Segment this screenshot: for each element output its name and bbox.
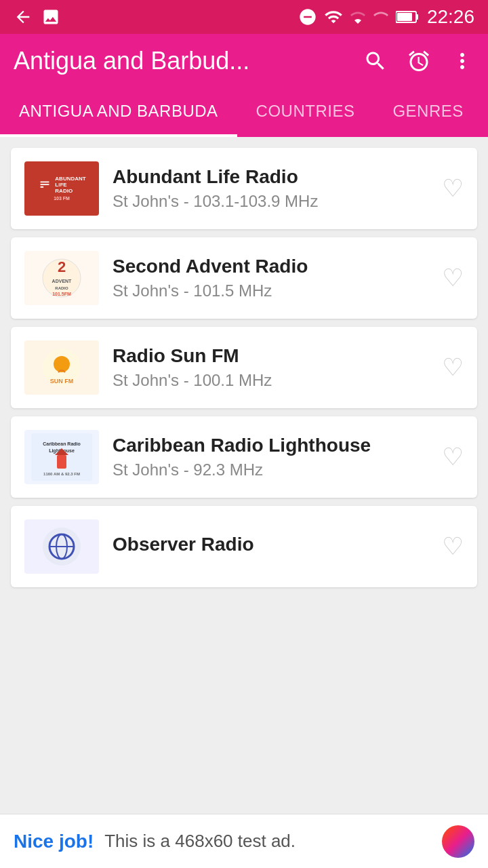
status-bar: 22:26 [0,0,488,34]
more-icon[interactable] [450,49,474,73]
tab-featured[interactable]: Featured [483,88,488,137]
tab-antigua-and-barbuda[interactable]: Antigua and Barbuda [0,88,237,137]
sun-fm-logo-svg: SUN FM [38,344,85,391]
battery-icon [396,7,420,26]
tab-bar: Antigua and Barbuda Countries Genres Fea… [0,88,488,137]
list-item[interactable]: Caribbean Radio Lighthouse 1160 AM & 92.… [11,416,477,498]
list-item[interactable]: ABUNDANTLIFERADIO 103 FM Abundant Life R… [11,148,477,229]
image-icon [41,7,61,26]
svg-rect-1 [416,14,418,20]
svg-text:101.5FM: 101.5FM [52,292,71,296]
ad-text: This is a 468x60 test ad. [104,831,431,852]
signal2-icon [373,7,389,26]
station-logo: SUN FM [24,340,99,395]
svg-rect-14 [57,455,66,469]
svg-text:1160 AM & 92.3 FM: 1160 AM & 92.3 FM [43,472,80,476]
station-logo: 2 ADVENT RADIO 101.5FM [24,251,99,305]
list-item[interactable]: Observer Radio ♡ [11,506,477,587]
back-arrow-icon [14,7,33,26]
alarm-icon[interactable] [407,49,431,73]
second-advent-logo-svg: 2 ADVENT RADIO 101.5FM [38,254,85,302]
station-name: Caribbean Radio Lighthouse [113,435,428,456]
caribbean-logo-svg: Caribbean Radio Lighthouse 1160 AM & 92.… [31,433,92,481]
tab-countries[interactable]: Countries [237,88,374,137]
station-logo: ABUNDANTLIFERADIO 103 FM [24,161,99,216]
status-right: 22:26 [298,6,474,28]
wifi-icon [324,7,343,26]
favorite-button[interactable]: ♡ [442,532,464,561]
app-bar-actions [363,49,474,73]
station-name: Second Advent Radio [113,256,428,277]
svg-rect-2 [397,13,412,21]
ad-logo-icon [442,825,474,858]
station-name: Radio Sun FM [113,345,428,367]
station-logo [24,519,99,574]
station-info: Caribbean Radio Lighthouse St John's - 9… [99,435,442,479]
station-frequency: St John's - 92.3 MHz [113,460,428,479]
dnd-icon [298,7,317,26]
station-name: Abundant Life Radio [113,166,428,188]
svg-text:SUN FM: SUN FM [50,378,74,384]
favorite-button[interactable]: ♡ [442,443,464,471]
station-info: Observer Radio [99,534,442,559]
app-bar: Antigua and Barbud... [0,34,488,88]
observer-logo-svg [38,523,85,570]
tab-genres[interactable]: Genres [373,88,482,137]
svg-text:RADIO: RADIO [55,286,68,290]
app-bar-title: Antigua and Barbud... [14,47,363,75]
status-left [14,7,61,26]
svg-text:Caribbean Radio: Caribbean Radio [43,441,81,446]
station-info: Radio Sun FM St John's - 100.1 MHz [99,345,442,390]
svg-text:2: 2 [58,258,66,275]
station-frequency: St John's - 100.1 MHz [113,371,428,390]
station-info: Second Advent Radio St John's - 101.5 MH… [99,256,442,300]
ad-nice-label: Nice job! [14,831,94,852]
svg-text:ADVENT: ADVENT [52,279,73,283]
signal-icon [350,7,366,26]
station-info: Abundant Life Radio St John's - 103.1-10… [99,166,442,211]
status-time: 22:26 [427,6,474,28]
favorite-button[interactable]: ♡ [442,264,464,292]
favorite-button[interactable]: ♡ [442,353,464,382]
favorite-button[interactable]: ♡ [442,174,464,203]
station-list: ABUNDANTLIFERADIO 103 FM Abundant Life R… [0,137,488,815]
station-frequency: St John's - 103.1-103.9 MHz [113,192,428,211]
station-logo: Caribbean Radio Lighthouse 1160 AM & 92.… [24,430,99,484]
search-icon[interactable] [363,49,388,73]
list-item[interactable]: SUN FM Radio Sun FM St John's - 100.1 MH… [11,327,477,408]
station-frequency: St John's - 101.5 MHz [113,281,428,300]
list-item[interactable]: 2 ADVENT RADIO 101.5FM Second Advent Rad… [11,237,477,319]
station-name: Observer Radio [113,534,428,555]
ad-banner: Nice job! This is a 468x60 test ad. [0,814,488,868]
